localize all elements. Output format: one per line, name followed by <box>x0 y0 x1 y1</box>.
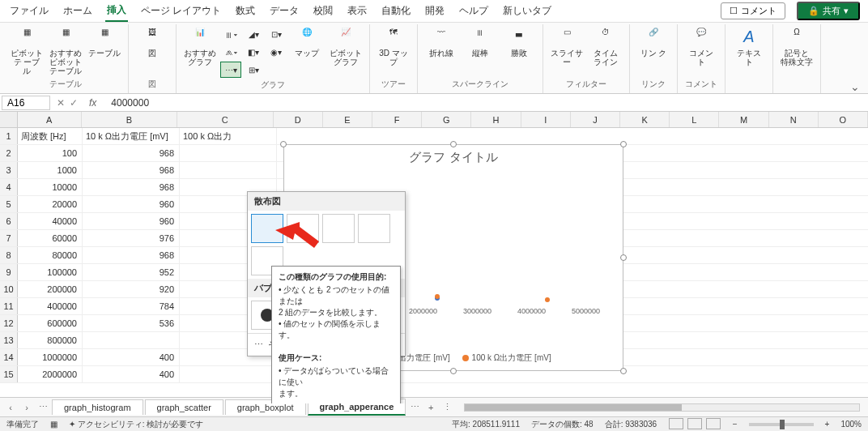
row-header[interactable]: 14 <box>0 349 18 365</box>
fx-icon[interactable]: fx <box>83 97 103 109</box>
pivot-chart-button[interactable]: 📈ピボットグラフ <box>327 26 364 68</box>
tab-file[interactable]: ファイル <box>8 1 50 21</box>
zoom-out-button[interactable]: − <box>733 420 738 429</box>
row-header[interactable]: 9 <box>0 264 18 280</box>
cell[interactable]: 100000 <box>18 264 83 280</box>
chart-stat-button[interactable]: ⊡▾ <box>266 26 287 42</box>
cell[interactable]: 10000 <box>18 179 83 195</box>
cell[interactable]: 80000 <box>18 247 83 263</box>
col-header[interactable]: J <box>571 112 620 127</box>
cell[interactable]: 200000 <box>18 281 83 297</box>
col-header[interactable]: A <box>18 112 82 127</box>
recommended-charts-button[interactable]: 📊おすすめ グラフ <box>181 26 219 68</box>
link-button[interactable]: 🔗リン ク <box>635 26 672 59</box>
row-header[interactable]: 5 <box>0 196 18 212</box>
cancel-icon[interactable]: ✕ <box>57 97 65 109</box>
tab-insert[interactable]: 挿入 <box>105 0 128 22</box>
cell[interactable]: 968 <box>83 145 180 161</box>
chart-line-button[interactable]: ⩕▾ <box>220 44 241 60</box>
cell[interactable]: 968 <box>83 162 180 178</box>
chart-combo-button[interactable]: ⊞▾ <box>243 62 264 78</box>
sheet-tab[interactable]: graph_scatter <box>145 399 223 415</box>
name-box[interactable] <box>2 96 50 110</box>
cell[interactable] <box>180 366 277 382</box>
col-header[interactable]: M <box>719 112 768 127</box>
cell[interactable]: 10 k Ω出力電圧 [mV] <box>83 128 180 144</box>
view-pagebreak-button[interactable] <box>706 418 721 429</box>
col-header[interactable]: C <box>177 112 273 127</box>
col-header[interactable]: L <box>670 112 719 127</box>
cell[interactable]: 784 <box>83 298 180 314</box>
cell[interactable]: 960 <box>83 196 180 212</box>
ribbon-collapse-button[interactable]: ⌄ <box>842 24 868 93</box>
chart-bar-button[interactable]: ⫼▾ <box>220 26 241 42</box>
cell[interactable]: 400 <box>83 366 180 382</box>
cell[interactable]: 100 k Ω出力 <box>180 128 277 144</box>
col-header[interactable]: O <box>819 112 868 127</box>
sheet-nav-next[interactable]: › <box>19 403 34 412</box>
zoom-slider[interactable] <box>749 423 814 426</box>
resize-handle[interactable] <box>620 254 627 261</box>
status-stats-icon[interactable]: ▦ <box>50 420 57 429</box>
timeline-button[interactable]: ⏱タイム ライン <box>587 26 624 68</box>
cell[interactable]: 920 <box>83 281 180 297</box>
row-header[interactable]: 11 <box>0 298 18 314</box>
sheet-nav-prev[interactable]: ‹ <box>3 403 18 412</box>
col-header[interactable]: H <box>471 112 521 127</box>
view-normal-button[interactable] <box>669 418 683 429</box>
tab-help[interactable]: ヘルプ <box>457 1 490 21</box>
cell[interactable]: 40000 <box>18 213 83 229</box>
pivot-table-button[interactable]: ▦ピボットテ ーブル <box>8 26 45 77</box>
sparkline-column-button[interactable]: ⫼縦棒 <box>462 26 499 59</box>
row-header[interactable]: 15 <box>0 366 18 382</box>
row-header[interactable]: 6 <box>0 213 18 229</box>
table-button[interactable]: ▦テーブル <box>86 26 123 59</box>
horizontal-scrollbar[interactable] <box>464 403 860 412</box>
map-chart-button[interactable]: 🌐マップ <box>288 26 326 59</box>
zoom-in-button[interactable]: + <box>825 420 830 429</box>
tab-automate[interactable]: 自動化 <box>380 1 412 21</box>
chart-hierarchy-button[interactable]: ◧▾ <box>243 44 264 60</box>
row-header[interactable]: 10 <box>0 281 18 297</box>
tab-review[interactable]: 校閲 <box>312 1 334 21</box>
cell[interactable]: 952 <box>83 264 180 280</box>
row-header[interactable]: 13 <box>0 332 18 348</box>
cell[interactable]: 2000000 <box>18 366 83 382</box>
resize-handle[interactable] <box>450 368 457 374</box>
scatter-smooth-thumb[interactable] <box>322 214 355 243</box>
chart-title[interactable]: グラフ タイトル <box>284 145 623 170</box>
cell[interactable]: 1000 <box>18 162 83 178</box>
cell[interactable]: 800000 <box>18 332 83 348</box>
text-button[interactable]: Aテキス ト <box>730 26 768 68</box>
cell[interactable]: 周波数 [Hz] <box>18 128 83 144</box>
sparkline-winloss-button[interactable]: ▃勝敗 <box>500 26 538 59</box>
row-header[interactable]: 12 <box>0 315 18 331</box>
enter-icon[interactable]: ✓ <box>70 97 78 109</box>
cell[interactable]: 968 <box>83 247 180 263</box>
chart-scatter-button[interactable]: ⋯▾ <box>220 62 241 78</box>
col-header[interactable]: N <box>769 112 819 127</box>
zoom-level[interactable]: 100% <box>840 420 862 429</box>
cell[interactable]: 960 <box>83 213 180 229</box>
row-header[interactable]: 3 <box>0 162 18 178</box>
formula-input[interactable]: 4000000 <box>108 97 868 109</box>
row-header[interactable]: 8 <box>0 247 18 263</box>
tab-view[interactable]: 表示 <box>346 1 368 21</box>
sheet-add[interactable]: + <box>423 403 438 412</box>
resize-handle[interactable] <box>280 141 287 147</box>
sheet-tab[interactable]: graph_histogram <box>52 399 143 415</box>
view-layout-button[interactable] <box>687 418 702 429</box>
tab-dev[interactable]: 開発 <box>423 1 446 21</box>
cell[interactable]: 976 <box>83 230 180 246</box>
col-header[interactable]: G <box>422 112 471 127</box>
tab-data[interactable]: データ <box>268 1 300 21</box>
row-header[interactable]: 2 <box>0 145 18 161</box>
row-header[interactable]: 7 <box>0 230 18 246</box>
cell[interactable] <box>83 332 180 348</box>
col-header[interactable]: B <box>82 112 177 127</box>
cell[interactable]: 600000 <box>18 315 83 331</box>
resize-handle[interactable] <box>620 141 627 147</box>
col-header[interactable]: I <box>521 112 571 127</box>
symbol-button[interactable]: Ω記号と 特殊文字 <box>778 26 815 68</box>
tab-layout[interactable]: ページ レイアウト <box>139 1 223 21</box>
